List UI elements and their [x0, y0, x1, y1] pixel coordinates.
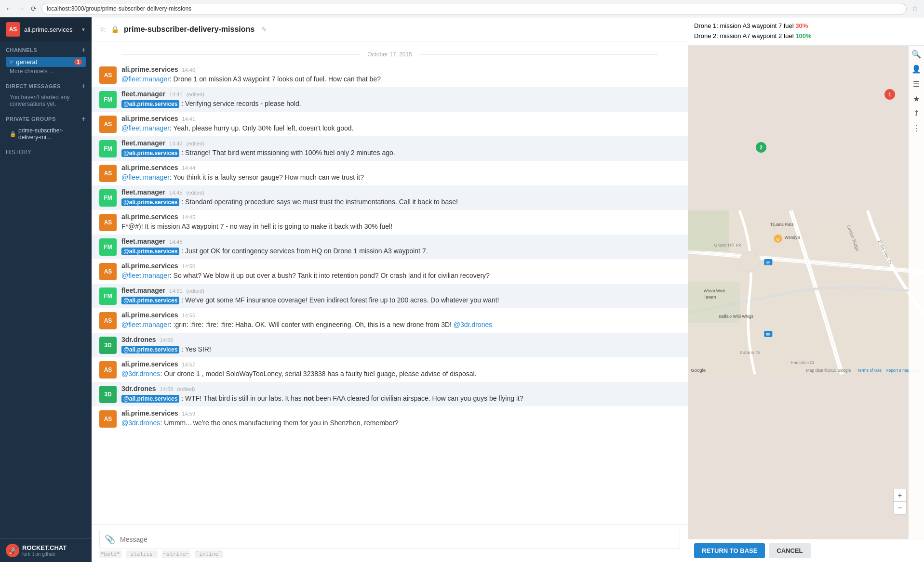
svg-text:W: W	[777, 237, 780, 241]
table-row: AS ali.prime.services 14:55 @fleet.manag…	[92, 308, 688, 333]
sidebar-history[interactable]: HISTORY	[0, 144, 92, 160]
message-header: 3dr.drones 14:58 (edited)	[121, 385, 680, 392]
lock-icon: 🔒	[10, 131, 16, 137]
add-private-group-icon[interactable]: +	[81, 115, 86, 123]
avatar: AS	[99, 263, 117, 280]
return-to-base-button[interactable]: RETURN TO BASE	[694, 543, 765, 558]
avatar: AS	[99, 361, 117, 379]
avatar: AS	[99, 312, 117, 329]
svg-text:Map data ©2015 Google: Map data ©2015 Google	[806, 368, 851, 373]
url-bar[interactable]	[41, 3, 907, 14]
channel-title: prime-subscriber-delivery-missions	[124, 25, 254, 34]
mention: @ali.prime.services	[121, 395, 179, 403]
svg-text:Sutano Dr: Sutano Dr	[739, 349, 761, 354]
mention: @ali.prime.services	[121, 100, 179, 108]
add-channel-icon[interactable]: +	[81, 46, 86, 54]
message-edited: (edited)	[187, 141, 204, 146]
map-info: Drone 1: mission A3 waypoint 7 fuel 30% …	[688, 17, 924, 46]
message-input[interactable]	[120, 536, 675, 543]
forward-button[interactable]: →	[16, 4, 26, 13]
dm-section-header: DIRECT MESSAGES +	[6, 82, 86, 90]
table-row: 3D 3dr.drones 14:56 @ali.prime.services …	[92, 333, 688, 357]
bold-text: not	[304, 394, 314, 402]
message-header: ali.prime.services 14:55	[121, 311, 680, 319]
browser-bar: ← → ⟳ ☆	[0, 0, 924, 17]
drone1-info: Drone 1: mission A3 waypoint 7 fuel 30%	[694, 21, 918, 31]
svg-text:55: 55	[766, 260, 771, 265]
message-content: ali.prime.services 14:57 @3dr.drones: Ou…	[121, 360, 680, 379]
svg-point-4	[739, 251, 760, 272]
message-time: 14:58	[160, 386, 174, 392]
sidebar: AS ali.prime.services ▼ CHANNELS + # gen…	[0, 17, 92, 562]
channels-section-header: CHANNELS +	[6, 46, 86, 54]
inline-hint: `inline`	[195, 550, 223, 558]
message-text: @ali.prime.services : Strange! That bird…	[121, 148, 680, 158]
zoom-out-button[interactable]: −	[894, 502, 906, 514]
message-content: fleet.manager 14:42 (edited) @ali.prime.…	[121, 139, 680, 158]
map-search-icon[interactable]: 🔍	[911, 50, 921, 59]
private-group-name: prime-subscriber-delivery-mi...	[18, 127, 82, 141]
message-text: @fleet.manager: Drone 1 on mission A3 wa…	[121, 74, 680, 84]
table-row: FM fleet.manager 14:51 (edited) @ali.pri…	[92, 284, 688, 308]
drone2-label: Drone 2:	[694, 32, 718, 39]
mention: @fleet.manager	[121, 75, 170, 83]
message-header: fleet.manager 14:41 (edited)	[121, 90, 680, 98]
chat-area: ☆ 🔒 prime-subscriber-delivery-missions ✎…	[92, 17, 688, 562]
message-header: fleet.manager 14:48	[121, 237, 680, 245]
chat-header: ☆ 🔒 prime-subscriber-delivery-missions ✎	[92, 17, 688, 41]
message-header: fleet.manager 14:42 (edited)	[121, 139, 680, 147]
message-content: ali.prime.services 14:59 @3dr.drones: Um…	[121, 409, 680, 428]
sidebar-item-general[interactable]: # general 1	[6, 57, 86, 67]
favorite-icon[interactable]: ☆	[99, 25, 106, 34]
italic-hint: _italics_	[126, 550, 158, 558]
message-header: ali.prime.services 14:59	[121, 409, 680, 417]
back-button[interactable]: ←	[4, 4, 13, 13]
sidebar-item-private-group[interactable]: 🔒 prime-subscriber-delivery-mi...	[6, 126, 86, 142]
upload-icon[interactable]: 📎	[105, 534, 115, 545]
svg-text:Terms of Use: Terms of Use	[857, 368, 882, 373]
message-username: ali.prime.services	[121, 360, 178, 368]
mention: @fleet.manager	[121, 173, 170, 181]
add-dm-icon[interactable]: +	[81, 82, 86, 90]
map-person-icon[interactable]: 👤	[911, 65, 921, 74]
map-layers-icon[interactable]: ☰	[913, 79, 920, 89]
drone1-fuel-label: fuel	[784, 22, 796, 29]
private-groups-label: PRIVATE GROUPS	[6, 116, 56, 122]
message-text: @fleet.manager: Yeah, please hurry up. O…	[121, 123, 680, 133]
mention: @fleet.manager	[121, 124, 170, 132]
cancel-button[interactable]: CANCEL	[769, 543, 810, 558]
bookmark-icon[interactable]: ☆	[910, 4, 920, 13]
map-share-icon[interactable]: ⤴	[914, 109, 918, 118]
edit-channel-icon[interactable]: ✎	[261, 26, 267, 33]
message-time: 14:45	[182, 214, 196, 220]
drone-marker-1: 1	[884, 89, 895, 100]
reload-button[interactable]: ⟳	[29, 4, 39, 13]
avatar: 3D	[99, 337, 117, 354]
sidebar-footer: 🚀 ROCKET.CHAT fork it on github	[0, 538, 92, 562]
private-groups-section: PRIVATE GROUPS + 🔒 prime-subscriber-deli…	[0, 110, 92, 144]
workspace-header[interactable]: AS ali.prime.services ▼	[0, 17, 92, 41]
zoom-in-button[interactable]: +	[894, 489, 906, 502]
message-time: 14:48	[169, 239, 183, 245]
mention: @ali.prime.services	[121, 248, 179, 255]
svg-text:Buffalo Wild Wings: Buffalo Wild Wings	[719, 314, 753, 319]
message-header: ali.prime.services 14:45	[121, 213, 680, 221]
avatar: AS	[99, 116, 117, 133]
rocket-fork-text: fork it on github	[22, 551, 67, 557]
map-more-icon[interactable]: ⋮	[912, 124, 920, 133]
table-row: FM fleet.manager 14:45 (edited) @ali.pri…	[92, 185, 688, 210]
table-row: FM fleet.manager 14:41 (edited) @ali.pri…	[92, 87, 688, 112]
message-content: fleet.manager 14:41 (edited) @ali.prime.…	[121, 90, 680, 109]
mention: @3dr.drones	[121, 370, 160, 378]
map-star-icon[interactable]: ★	[913, 94, 920, 104]
message-edited: (edited)	[187, 91, 204, 97]
table-row: AS ali.prime.services 14:45 F*@#)! It is…	[92, 210, 688, 235]
message-time: 14:59	[182, 411, 196, 417]
table-row: AS ali.prime.services 14:40 @fleet.manag…	[92, 63, 688, 87]
message-username: fleet.manager	[121, 237, 165, 245]
message-time: 14:57	[182, 362, 196, 367]
more-channels-link[interactable]: More channels ...	[6, 67, 86, 76]
message-time: 14:50	[182, 263, 196, 269]
date-divider: October 17, 2015	[92, 51, 688, 58]
channels-section: CHANNELS + # general 1 More channels ...	[0, 41, 92, 78]
